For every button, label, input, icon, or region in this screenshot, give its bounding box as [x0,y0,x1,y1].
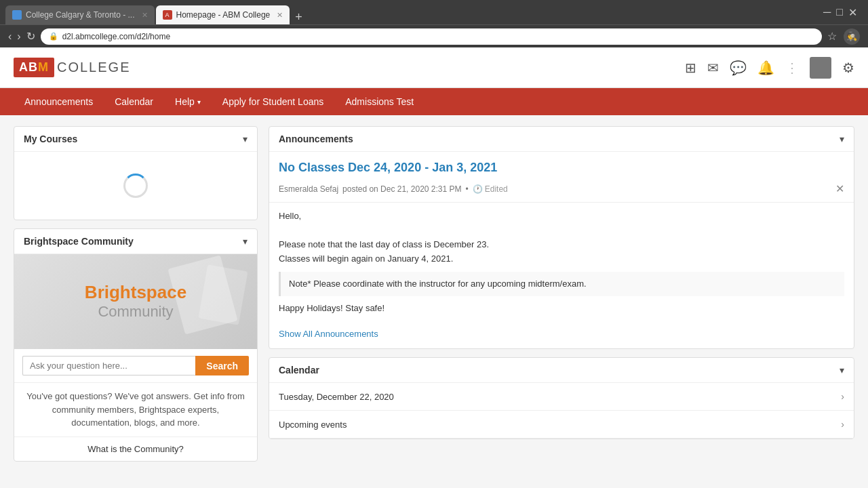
announcement-author: Esmeralda Sefaj [279,184,338,194]
bell-icon[interactable]: 🔔 [757,60,774,76]
incognito-icon: 🕵 [844,28,860,45]
community-what-is-link[interactable]: What is the Community? [14,437,257,461]
grid-icon[interactable]: ⊞ [685,60,696,76]
tab-close-1[interactable]: ✕ [142,11,148,20]
new-tab-button[interactable]: + [291,10,307,24]
help-dropdown-arrow: ▾ [197,98,201,106]
announcements-title: Announcements [279,134,353,144]
community-search-area: Search [14,349,257,383]
main-content: My Courses ▾ Brightspace Community ▾ Bri… [0,115,868,488]
my-courses-title: My Courses [24,134,77,144]
announcement-meta: Esmeralda Sefaj posted on Dec 21, 2020 2… [269,180,854,203]
calendar-upcoming-label: Upcoming events [279,420,347,430]
loading-spinner [123,174,148,198]
browser-tabs: College Calgary & Toronto - ... ✕ A Home… [5,0,307,24]
nav-admissions-test[interactable]: Admissions Test [334,88,425,115]
community-banner-title-main: Brightspace [85,282,186,303]
tab-label-1: College Calgary & Toronto - ... [26,10,135,20]
user-avatar[interactable] [810,57,831,79]
settings-gear-icon[interactable]: ⚙ [842,60,854,76]
announcement-close-button[interactable]: ✕ [835,182,844,195]
app-header: ABM COLLEGE ⊞ ✉ 💬 🔔 ⋮ ⚙ [0,47,868,88]
nav-help[interactable]: Help ▾ [164,88,212,115]
browser-chrome: College Calgary & Toronto - ... ✕ A Home… [0,0,868,24]
browser-tab-active[interactable]: A Homepage - ABM College ✕ [156,5,290,24]
nav-calendar[interactable]: Calendar [104,88,164,115]
community-banner-title-sub: Community [98,303,173,321]
community-widget-title: Brightspace Community [24,236,134,247]
reload-button[interactable]: ↻ [26,30,35,43]
address-bar[interactable]: 🔒 d2l.abmcollege.com/d2l/home [41,28,822,45]
announcements-header: Announcements ▾ [269,127,854,152]
calendar-title: Calendar [279,365,319,375]
community-banner: Brightspace Community [14,254,257,349]
show-all-announcements[interactable]: Show All Announcements [269,323,854,348]
calendar-widget: Calendar ▾ Tuesday, December 22, 2020 › … [269,357,854,439]
left-column: My Courses ▾ Brightspace Community ▾ Bri… [14,126,258,477]
calendar-upcoming-arrow: › [841,419,844,430]
address-bar-row: ‹ › ↻ 🔒 d2l.abmcollege.com/d2l/home ☆ 🕵 [0,24,868,47]
announcements-toggle[interactable]: ▾ [840,134,844,144]
mail-icon[interactable]: ✉ [707,60,719,76]
chat-icon[interactable]: 💬 [730,60,747,76]
my-courses-toggle[interactable]: ▾ [243,134,248,144]
logo[interactable]: ABM COLLEGE [14,58,130,77]
tab-favicon-2: A [163,10,172,20]
browser-action-icons: ☆ 🕵 [827,28,860,45]
calendar-item-upcoming[interactable]: Upcoming events › [269,411,854,439]
tab-label-2: Homepage - ABM College [176,10,271,20]
community-description: You've got questions? We've got answers.… [14,383,257,437]
browser-window-controls: ─ □ ✕ [818,6,863,19]
announcement-post-title[interactable]: No Classes Dec 24, 2020 - Jan 3, 2021 [269,152,854,180]
show-all-link[interactable]: Show All Announcements [279,329,378,339]
community-search-input[interactable] [22,356,195,375]
address-text: d2l.abmcollege.com/d2l/home [62,32,170,41]
header-icons: ⊞ ✉ 💬 🔔 ⋮ ⚙ [685,57,854,79]
my-courses-header: My Courses ▾ [14,127,257,152]
logo-abm: ABM [14,58,54,77]
announcement-greeting: Hello, [279,209,844,224]
community-toggle[interactable]: ▾ [243,236,248,247]
announcement-posted: posted on Dec 21, 2020 2:31 PM [342,184,461,194]
brightspace-community-widget: Brightspace Community ▾ Brightspace Comm… [14,228,258,462]
announcement-closing: Happy Holidays! Stay safe! [279,302,844,316]
browser-tab-inactive[interactable]: College Calgary & Toronto - ... ✕ [5,5,155,24]
bookmark-star-icon[interactable]: ☆ [827,30,837,43]
calendar-item-today[interactable]: Tuesday, December 22, 2020 › [269,383,854,411]
announcement-edited-badge: 🕐 Edited [473,184,508,194]
nav-announcements[interactable]: Announcements [14,88,104,115]
announcement-body: Hello, Please note that the last day of … [269,203,854,323]
nav-student-loans[interactable]: Apply for Student Loans [212,88,334,115]
tab-close-2[interactable]: ✕ [277,11,283,20]
logo-college: COLLEGE [57,60,130,75]
minimize-button[interactable]: ─ [823,6,831,18]
announcement-note: Note* Please coordinate with the instruc… [279,272,844,297]
clock-icon: 🕐 [473,184,483,194]
calendar-today-arrow: › [841,391,844,402]
community-search-button[interactable]: Search [195,356,249,375]
maximize-button[interactable]: □ [836,6,843,18]
lock-icon: 🔒 [49,32,58,41]
calendar-header: Calendar ▾ [269,358,854,383]
announcement-body-line2: Classes will begin again on January 4, 2… [279,252,844,266]
announcements-widget: Announcements ▾ No Classes Dec 24, 2020 … [269,126,854,349]
my-courses-loading [14,152,257,220]
my-courses-widget: My Courses ▾ [14,126,258,220]
separator-dots: ⋮ [785,60,799,76]
calendar-today-label: Tuesday, December 22, 2020 [279,392,394,402]
announcement-body-line1: Please note that the last day of class i… [279,238,844,252]
forward-button[interactable]: › [17,30,20,43]
calendar-toggle[interactable]: ▾ [840,365,844,375]
tab-favicon-1 [12,10,22,20]
nav-bar: Announcements Calendar Help ▾ Apply for … [0,88,868,115]
right-column: Announcements ▾ No Classes Dec 24, 2020 … [269,126,854,477]
close-window-button[interactable]: ✕ [848,6,857,19]
back-button[interactable]: ‹ [8,30,12,43]
community-widget-header: Brightspace Community ▾ [14,229,257,254]
